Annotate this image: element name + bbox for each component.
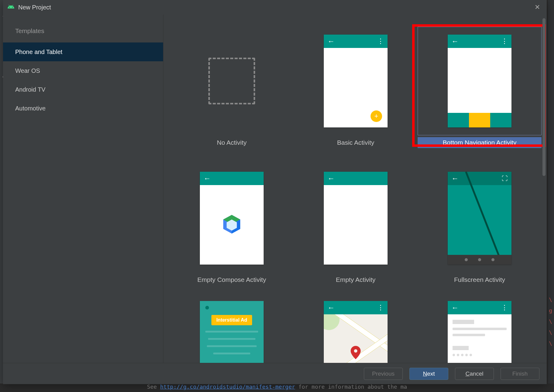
template-google-maps-activity[interactable]: ←⋮ — [294, 297, 418, 363]
template-scrolling-activity[interactable]: ←⋮ — [418, 297, 542, 363]
system-nav-icon — [448, 255, 511, 265]
finish-button: Finish — [501, 368, 539, 380]
more-icon: ⋮ — [377, 37, 384, 45]
dialog-footer: Previous Next Cancel Finish — [3, 363, 547, 384]
template-label: Empty Activity — [294, 274, 418, 285]
ad-chip: Interstitial Ad — [211, 315, 252, 325]
sidebar-header: Templates — [3, 27, 163, 42]
close-icon[interactable]: ✕ — [532, 2, 542, 12]
sidebar-item-android-tv[interactable]: Android TV — [3, 80, 163, 99]
template-no-activity[interactable]: No Activity — [170, 23, 294, 160]
next-button[interactable]: Next — [409, 368, 448, 380]
dot-icon — [205, 306, 209, 309]
template-label: Basic Activity — [294, 137, 418, 148]
back-arrow-icon: ← — [451, 37, 459, 46]
phone-mockup: ←⋮ + — [324, 35, 388, 127]
phone-mockup: Interstitial Ad — [200, 301, 264, 363]
phone-mockup: ←⋮ — [448, 301, 511, 363]
phone-mockup: ← — [200, 172, 264, 265]
back-arrow-icon: ← — [327, 174, 335, 183]
template-basic-activity[interactable]: ←⋮ + Basic Activity — [294, 23, 418, 160]
template-label: Bottom Navigation Activity — [418, 137, 542, 148]
empty-box-icon — [208, 58, 255, 104]
dialog-titlebar: New Project ✕ — [3, 0, 547, 15]
phone-mockup: ←⛶ — [448, 172, 511, 265]
map-pin-icon — [351, 346, 361, 360]
sidebar-item-phone-tablet[interactable]: Phone and Tablet — [3, 42, 163, 61]
back-arrow-icon: ← — [327, 37, 335, 46]
sidebar-item-label: Android TV — [15, 86, 46, 93]
back-arrow-icon: ← — [203, 174, 211, 183]
ide-error-strip: \g\\\ — [549, 294, 552, 349]
svg-line-4 — [466, 172, 502, 265]
more-icon: ⋮ — [501, 37, 508, 45]
template-gallery: No Activity ←⋮ + Basic Activity — [163, 15, 547, 363]
bottom-nav-icon — [448, 113, 511, 127]
dialog-title: New Project — [18, 4, 51, 11]
template-interstitial-ad[interactable]: Interstitial Ad — [170, 297, 294, 363]
template-empty-compose-activity[interactable]: ← Empty Compose Activity — [170, 160, 294, 297]
template-empty-activity[interactable]: ← Empty Activity — [294, 160, 418, 297]
sidebar-item-label: Automotive — [15, 105, 46, 112]
new-project-dialog: New Project ✕ Templates Phone and Tablet… — [3, 0, 547, 384]
fab-icon: + — [371, 110, 382, 122]
sidebar-item-automotive[interactable]: Automotive — [3, 99, 163, 118]
template-bottom-navigation-activity[interactable]: ←⋮ Bottom Navigation Activity — [418, 23, 542, 160]
diagonal-decoration — [448, 172, 511, 265]
sidebar-item-label: Wear OS — [15, 67, 40, 74]
sidebar-item-label: Phone and Tablet — [15, 49, 62, 56]
ide-console-line: See http://g.co/androidstudio/manifest-m… — [0, 384, 554, 392]
cancel-button[interactable]: Cancel — [455, 368, 494, 380]
template-category-sidebar: Templates Phone and Tablet Wear OS Andro… — [3, 15, 163, 363]
template-label: Fullscreen Activity — [418, 274, 542, 285]
template-fullscreen-activity[interactable]: ←⛶ Fullscreen Activity — [418, 160, 542, 297]
back-arrow-icon: ← — [451, 303, 459, 312]
back-arrow-icon: ← — [327, 303, 335, 312]
more-icon: ⋮ — [501, 304, 508, 312]
previous-button: Previous — [364, 368, 403, 380]
phone-mockup: ←⋮ — [448, 35, 511, 127]
scrollbar-thumb[interactable] — [542, 18, 545, 176]
template-label: No Activity — [170, 137, 294, 148]
template-label: Empty Compose Activity — [170, 274, 294, 285]
jetpack-compose-icon — [221, 214, 242, 236]
android-icon — [7, 3, 15, 12]
sidebar-item-wear-os[interactable]: Wear OS — [3, 61, 163, 80]
more-icon: ⋮ — [377, 304, 384, 312]
phone-mockup: ←⋮ — [324, 301, 388, 363]
phone-mockup: ← — [324, 172, 388, 265]
